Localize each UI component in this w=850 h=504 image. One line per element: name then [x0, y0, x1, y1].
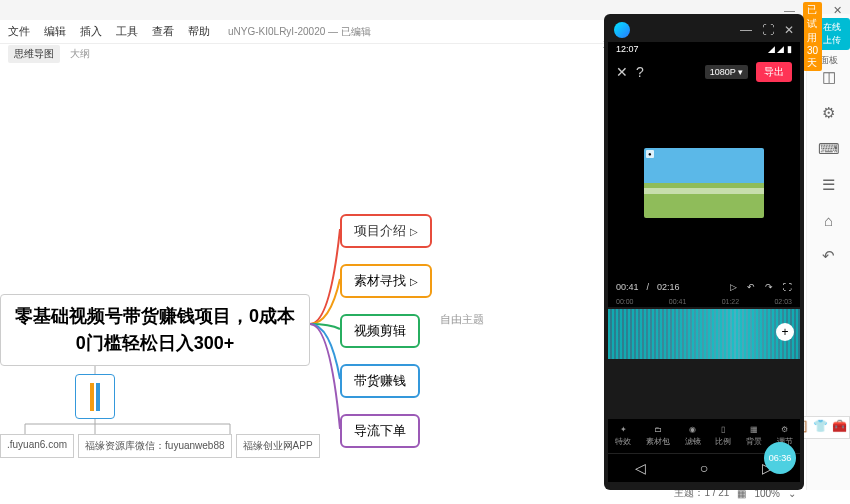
free-topic[interactable]: 自由主题 [440, 312, 484, 327]
child-node-2[interactable]: 素材寻找▷ [340, 264, 432, 298]
ratio-icon: ▯ [721, 425, 725, 434]
editor-maximize[interactable]: ⛶ [762, 23, 774, 37]
nav-home[interactable]: ○ [700, 460, 708, 476]
menu-file[interactable]: 文件 [8, 24, 30, 39]
redo-button[interactable]: ↷ [765, 282, 773, 292]
tool-filter[interactable]: ◉滤镜 [685, 425, 701, 447]
child-node-1[interactable]: 项目介绍▷ [340, 214, 432, 248]
child-node-5[interactable]: 导流下单 [340, 414, 420, 448]
ruler-icon [90, 383, 94, 411]
keyboard-icon[interactable]: ⌨ [818, 140, 840, 158]
fx-icon: ✦ [620, 425, 627, 434]
time-sep: / [647, 282, 650, 292]
filter-icon: ◉ [689, 425, 696, 434]
undo-icon[interactable]: ↶ [822, 247, 835, 265]
adjust-icon: ⚙ [781, 425, 788, 434]
video-preview[interactable]: ● [608, 88, 800, 278]
editor-header: ✕ ? 1080P ▾ 导出 [608, 56, 800, 88]
panel-icon: ◫ [822, 68, 836, 86]
help-icon[interactable]: ? [636, 64, 644, 80]
phone-statusbar: 12:07 ◢ ◢ ▮ [608, 42, 800, 56]
editor-close[interactable]: ✕ [784, 23, 794, 37]
expand-icon[interactable]: ▷ [410, 276, 418, 287]
export-button[interactable]: 导出 [756, 62, 792, 82]
folder-icon: 🗀 [654, 425, 662, 434]
time-total: 02:16 [657, 282, 680, 292]
add-clip-button[interactable]: + [776, 323, 794, 341]
bg-icon: ▦ [750, 425, 758, 434]
phone-time: 12:07 [616, 44, 639, 54]
home-icon[interactable]: ⌂ [824, 212, 833, 229]
editor-minimize[interactable]: — [740, 23, 752, 37]
preview-frame: ● [644, 148, 764, 218]
pencil-icon [96, 383, 100, 411]
phone-signal-icon: ◢ ◢ ▮ [768, 44, 792, 54]
watermark: ● [646, 150, 654, 158]
timeline-track[interactable]: + [608, 309, 800, 359]
mindmap-canvas[interactable]: 零基础视频号带货赚钱项目，0成本0门槛轻松日入300+ 项目介绍▷ 素材寻找▷ … [0, 64, 540, 484]
tool-ratio[interactable]: ▯比例 [715, 425, 731, 447]
contact-2[interactable]: 福缘资源库微信：fuyuanweb88 [78, 434, 232, 458]
recording-timer[interactable]: 06:36 [764, 442, 796, 474]
settings-icon[interactable]: ⚙ [822, 104, 835, 122]
menu-edit[interactable]: 编辑 [44, 24, 66, 39]
ime-skin-icon[interactable]: 👕 [813, 419, 828, 436]
contact-3[interactable]: 福缘创业网APP [236, 434, 320, 458]
menu-tools[interactable]: 工具 [116, 24, 138, 39]
fullscreen-button[interactable]: ⛶ [783, 282, 792, 292]
editor-titlebar: — ⛶ ✕ [608, 18, 800, 42]
menu-view[interactable]: 查看 [152, 24, 174, 39]
play-button[interactable]: ▷ [730, 282, 737, 292]
tool-library[interactable]: 🗀素材包 [646, 425, 670, 447]
quality-selector[interactable]: 1080P ▾ [705, 65, 748, 79]
contact-nodes: .fuyuan6.com 福缘资源库微信：fuyuanweb88 福缘创业网AP… [0, 434, 320, 458]
video-editor-window: — ⛶ ✕ 12:07 ◢ ◢ ▮ ✕ ? 1080P ▾ 导出 ● 00:41… [604, 14, 804, 490]
tab-mindmap[interactable]: 思维导图 [8, 45, 60, 63]
app-logo-icon [614, 22, 630, 38]
panel-toggle[interactable]: ◫面板 [822, 68, 836, 86]
time-current: 00:41 [616, 282, 639, 292]
menu-insert[interactable]: 插入 [80, 24, 102, 39]
tool-fx[interactable]: ✦特效 [615, 425, 631, 447]
contact-1[interactable]: .fuyuan6.com [0, 434, 74, 458]
document-title: uNYG-KI0LRyI-20020 — 已编辑 [228, 25, 371, 39]
tab-outline[interactable]: 大纲 [70, 47, 90, 61]
tool-background[interactable]: ▦背景 [746, 425, 762, 447]
undo-button[interactable]: ↶ [747, 282, 755, 292]
child-node-3[interactable]: 视频剪辑 [340, 314, 420, 348]
attachment-node[interactable] [75, 374, 115, 419]
timeline-ruler: 00:0000:4101:2202:03 [608, 296, 800, 307]
playback-controls: 00:41/02:16 ▷ ↶ ↷ ⛶ [608, 278, 800, 296]
list-icon[interactable]: ☰ [822, 176, 835, 194]
trial-badge: 已试用 30 天 [803, 2, 822, 71]
menu-help[interactable]: 帮助 [188, 24, 210, 39]
expand-icon[interactable]: ▷ [410, 226, 418, 237]
nav-back[interactable]: ◁ [635, 460, 646, 476]
child-node-4[interactable]: 带货赚钱 [340, 364, 420, 398]
editor-back-button[interactable]: ✕ [616, 64, 628, 80]
root-node[interactable]: 零基础视频号带货赚钱项目，0成本0门槛轻松日入300+ [0, 294, 310, 366]
ime-tool-icon[interactable]: 🧰 [832, 419, 847, 436]
connector-lines [0, 64, 540, 484]
